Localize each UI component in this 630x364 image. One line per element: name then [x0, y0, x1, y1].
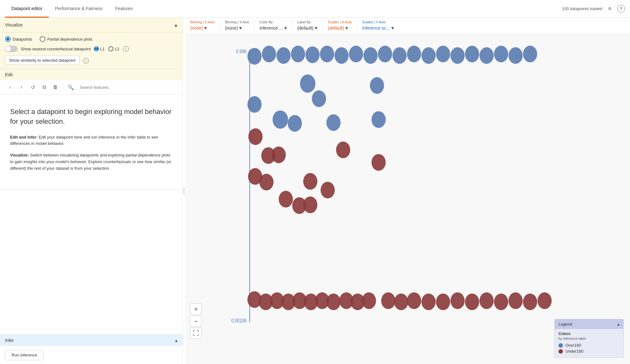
- infer-header[interactable]: Infer ▴: [0, 335, 182, 346]
- svg-point-8: [320, 46, 334, 62]
- delete-icon[interactable]: 🗑: [50, 82, 60, 92]
- edit-infer-paragraph: Edit and Infer: Edit your datapoint here…: [10, 134, 172, 147]
- color-by-group: Color By Inference ... ▾: [260, 20, 287, 31]
- scatter-x-select[interactable]: (default) ▾: [328, 25, 352, 31]
- svg-point-5: [277, 47, 291, 64]
- svg-point-30: [371, 111, 386, 128]
- legend-header: Legend ▴: [555, 319, 623, 329]
- run-inference-button[interactable]: Run inference: [5, 350, 44, 360]
- top-nav: Datapoint editor Performance & Fairness …: [0, 0, 630, 18]
- color-by-select[interactable]: Inference ... ▾: [260, 25, 287, 31]
- similarity-row: Show similarity to selected datapoint i: [5, 56, 177, 65]
- tab-features[interactable]: Features: [109, 0, 139, 18]
- legend-body: Colors by Inference label Over160 Under1…: [555, 329, 623, 357]
- svg-point-37: [259, 174, 273, 191]
- edit-section: Edit ‹ › ↺ ⧉ 🗑 🔍 Select a datapoint to b…: [0, 69, 182, 190]
- legend-item-over160: Over160: [558, 343, 620, 348]
- binning-x-select[interactable]: (none) ▾: [190, 25, 215, 31]
- search-features-input[interactable]: [77, 84, 177, 91]
- radio-partial-dependence[interactable]: Partial dependence plots: [40, 36, 92, 42]
- scatter-y-arrow: ▾: [391, 25, 394, 31]
- fullscreen-button[interactable]: ⛶: [190, 327, 202, 339]
- infer-section: Infer ▴ Run inference: [0, 334, 182, 364]
- zoom-in-button[interactable]: +: [190, 304, 202, 315]
- main-layout: Visualize ▴ Datapoints Partial dependenc…: [0, 18, 630, 364]
- svg-point-65: [537, 293, 552, 309]
- infer-collapse-icon: ▴: [175, 338, 177, 343]
- select-datapoint-message: Select a datapoint to begin exploring mo…: [0, 94, 182, 190]
- scatter-y-label: Scatter | Y-Axis: [362, 20, 394, 24]
- history-icon[interactable]: ↺: [28, 82, 38, 92]
- radio-l1[interactable]: L1: [94, 46, 105, 51]
- scatter-y-select[interactable]: Inference sc... ▾: [362, 25, 394, 31]
- edit-toolbar: ‹ › ↺ ⧉ 🗑 🔍: [0, 80, 182, 94]
- legend-dot-over160: [558, 343, 563, 348]
- binning-x-group: Binning | X-Axis (none) ▾: [190, 20, 215, 31]
- svg-point-11: [364, 47, 378, 64]
- similarity-button[interactable]: Show similarity to selected datapoint: [5, 56, 79, 65]
- datapoints-loaded-label: 100 datapoints loaded: [562, 6, 602, 11]
- color-by-label: Color By: [260, 20, 287, 24]
- tab-performance-fairness[interactable]: Performance & Fairness: [49, 0, 109, 18]
- svg-point-63: [508, 293, 523, 309]
- similarity-info-icon[interactable]: i: [83, 58, 89, 64]
- edit-label: Edit: [5, 72, 13, 77]
- left-panel: Visualize ▴ Datapoints Partial dependenc…: [0, 18, 183, 364]
- scatter-x-arrow: ▾: [345, 25, 348, 31]
- svg-point-64: [523, 293, 537, 310]
- visualize-collapse-icon: ▴: [175, 21, 177, 28]
- scatter-plot-svg: 0.998 0.00108: [185, 34, 630, 364]
- svg-point-57: [421, 293, 436, 310]
- binning-x-label: Binning | X-Axis: [190, 20, 215, 24]
- gear-icon[interactable]: ⚙: [606, 5, 614, 13]
- svg-point-16: [436, 46, 450, 62]
- svg-point-53: [362, 293, 376, 309]
- scatter-y-group: Scatter | Y-Axis Inference sc... ▾: [362, 20, 394, 31]
- svg-point-20: [494, 46, 508, 62]
- infer-label: Infer: [5, 338, 14, 343]
- legend-title: Legend: [558, 322, 572, 327]
- label-by-select[interactable]: (default) ▾: [297, 25, 318, 31]
- nav-right: 100 datapoints loaded ⚙ ?: [562, 5, 625, 13]
- legend-item-under160: Under160: [558, 349, 620, 354]
- resize-handle[interactable]: [183, 18, 185, 364]
- copy-icon[interactable]: ⧉: [39, 82, 49, 92]
- scatter-x-label: Scatter | X-Axis: [328, 20, 352, 24]
- binning-y-select[interactable]: (none) ▾: [225, 25, 249, 31]
- forward-icon[interactable]: ›: [16, 82, 26, 92]
- chart-toolbar: Binning | X-Axis (none) ▾ Binning | Y-Ax…: [185, 18, 630, 34]
- help-icon[interactable]: ?: [617, 5, 625, 13]
- back-icon[interactable]: ‹: [5, 82, 15, 92]
- label-by-arrow: ▾: [315, 25, 318, 31]
- select-heading: Select a datapoint to begin exploring mo…: [10, 107, 172, 127]
- toolbar-search-divider: [63, 84, 63, 90]
- svg-point-21: [508, 47, 523, 64]
- legend-collapse-icon[interactable]: ▴: [617, 322, 620, 327]
- toolbar-div-1: [220, 20, 220, 31]
- svg-point-55: [394, 293, 408, 310]
- visualize-section-header[interactable]: Visualize ▴: [0, 18, 182, 32]
- svg-point-6: [291, 46, 305, 62]
- svg-point-23: [300, 75, 315, 93]
- legend-dot-under160: [558, 349, 563, 354]
- svg-point-17: [450, 47, 465, 64]
- info-icon[interactable]: i: [123, 46, 129, 52]
- color-by-arrow: ▾: [284, 25, 287, 31]
- zoom-controls: + − ⛶: [190, 304, 202, 339]
- toolbar-div-4: [323, 20, 323, 31]
- svg-point-27: [312, 90, 326, 107]
- svg-point-7: [306, 47, 320, 63]
- radio-datapoints[interactable]: Datapoints: [5, 36, 32, 42]
- svg-point-14: [407, 46, 421, 62]
- counterfactual-toggle[interactable]: [5, 46, 18, 52]
- app-root: Datapoint editor Performance & Fairness …: [0, 0, 630, 364]
- edit-header: Edit: [0, 69, 182, 80]
- radio-l2[interactable]: L2: [108, 46, 119, 51]
- zoom-out-button[interactable]: −: [190, 316, 202, 327]
- toggle-row: Show nearest counterfactual datapoint L1…: [5, 46, 177, 52]
- svg-text:0.998: 0.998: [236, 49, 246, 54]
- binning-y-label: Binning | Y-Axis: [225, 20, 249, 24]
- tab-datapoint-editor[interactable]: Datapoint editor: [5, 0, 49, 18]
- label-by-label: Label By: [297, 20, 318, 24]
- svg-point-34: [336, 142, 350, 158]
